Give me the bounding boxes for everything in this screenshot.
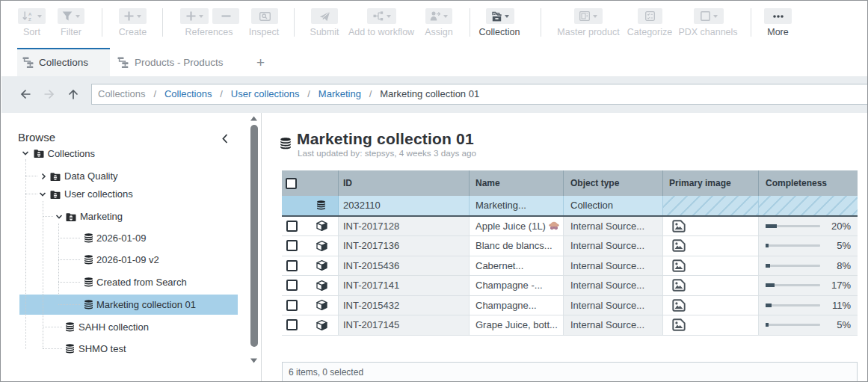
svg-text:A: A bbox=[28, 12, 32, 16]
svg-text:Z: Z bbox=[28, 17, 31, 22]
